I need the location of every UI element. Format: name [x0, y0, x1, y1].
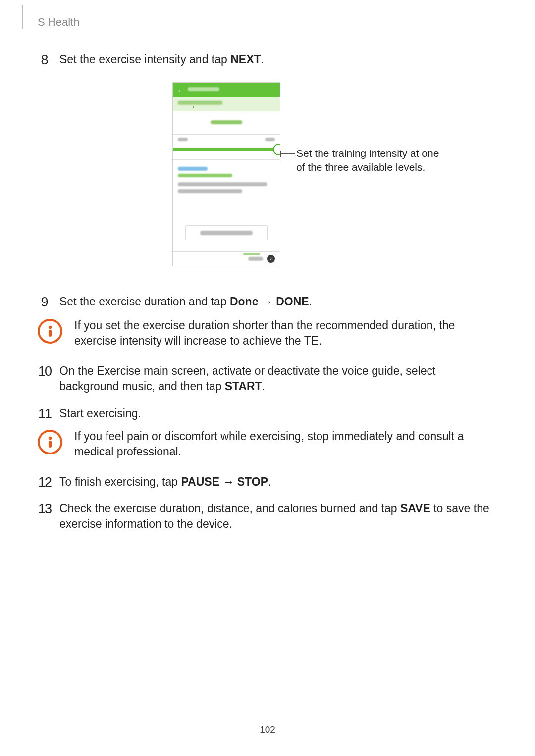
svg-rect-3	[49, 441, 52, 448]
bold: START	[225, 380, 262, 393]
step-text: On the Exercise main screen, activate or…	[59, 363, 490, 394]
desc-line-blur	[178, 189, 242, 193]
manual-page: S Health 8 Set the exercise intensity an…	[0, 0, 535, 756]
text: .	[309, 295, 312, 308]
step-9: 9 Set the exercise duration and tap Done…	[38, 294, 495, 312]
arrow: →	[258, 295, 276, 308]
warning-icon	[38, 319, 62, 344]
bold: NEXT	[230, 53, 261, 66]
step-13: 13 Check the exercise duration, distance…	[38, 501, 495, 532]
warning-callout: If you set the exercise duration shorter…	[38, 318, 495, 349]
svg-rect-1	[49, 330, 52, 337]
next-bar[interactable]: ›	[173, 251, 280, 266]
next-label-blur	[248, 257, 263, 261]
svg-point-0	[49, 326, 52, 329]
svg-point-2	[49, 437, 52, 440]
slider-knob[interactable]	[273, 144, 280, 155]
step-text: Start exercising.	[59, 406, 141, 424]
step-number: 9	[38, 293, 52, 311]
step-number: 11	[38, 405, 52, 423]
screen-title-blur	[188, 87, 219, 91]
section-title: S Health	[38, 15, 79, 30]
desc-line-blur	[178, 174, 232, 177]
step-text: Set the exercise intensity and tap NEXT.	[59, 52, 264, 70]
annotation-text: Set the training intensity at one of the…	[296, 147, 439, 175]
next-arrow-icon[interactable]: ›	[267, 255, 275, 263]
button-label-blur	[200, 231, 253, 235]
text: of the three available levels.	[296, 161, 425, 173]
bold: SAVE	[400, 502, 430, 515]
page-number: 102	[0, 723, 535, 736]
step-10: 10 On the Exercise main screen, activate…	[38, 363, 495, 394]
step-number: 12	[38, 473, 52, 491]
annotation-leader	[280, 153, 295, 154]
text: Check the exercise duration, distance, a…	[59, 502, 400, 515]
warning-text: If you set the exercise duration shorter…	[74, 318, 490, 349]
step-8: 8 Set the exercise intensity and tap NEX…	[38, 52, 495, 70]
step-text: Check the exercise duration, distance, a…	[59, 501, 490, 532]
text: .	[268, 475, 271, 488]
app-topbar: ←	[173, 83, 280, 97]
step-text: To finish exercising, tap PAUSE → STOP.	[59, 474, 271, 492]
bold: PAUSE	[181, 475, 219, 488]
more-information-button[interactable]	[185, 225, 268, 240]
caret-down-icon	[193, 106, 194, 108]
desc-line-blur	[178, 167, 208, 171]
step-number: 10	[38, 362, 52, 393]
bold: DONE	[276, 295, 309, 308]
subheader-text-blur	[178, 101, 222, 105]
desc-line-blur	[178, 182, 267, 186]
intensity-label-blur	[211, 120, 242, 124]
screenshot-intensity: ←	[172, 82, 279, 265]
intensity-slider[interactable]	[173, 134, 280, 160]
back-icon[interactable]: ←	[177, 85, 185, 96]
warning-callout: If you feel pain or discomfort while exe…	[38, 429, 495, 459]
text: To finish exercising, tap	[59, 475, 181, 488]
warning-text: If you feel pain or discomfort while exe…	[74, 429, 490, 459]
bold: Done	[230, 295, 259, 308]
intensity-label-row	[173, 120, 280, 130]
phone-frame: ←	[172, 82, 280, 266]
arrow: →	[219, 475, 237, 488]
slider-fill	[173, 148, 280, 151]
bold: STOP	[237, 475, 268, 488]
text: Set the training intensity at one	[296, 148, 439, 159]
text: .	[261, 53, 264, 66]
accent-line	[243, 253, 260, 255]
text: .	[262, 380, 265, 393]
step-text: Set the exercise duration and tap Done →…	[59, 294, 312, 312]
warning-icon	[38, 430, 62, 454]
text: Set the exercise intensity and tap	[59, 53, 230, 66]
intensity-description	[178, 167, 275, 193]
high-label-blur	[265, 138, 275, 141]
text: Set the exercise duration and tap	[59, 295, 230, 308]
low-label-blur	[178, 138, 188, 141]
subheader-band	[173, 97, 280, 111]
step-11: 11 Start exercising.	[38, 406, 495, 424]
step-12: 12 To finish exercising, tap PAUSE → STO…	[38, 474, 495, 492]
step-number: 8	[38, 51, 52, 69]
step-number: 13	[38, 500, 52, 531]
header-divider	[22, 5, 23, 29]
